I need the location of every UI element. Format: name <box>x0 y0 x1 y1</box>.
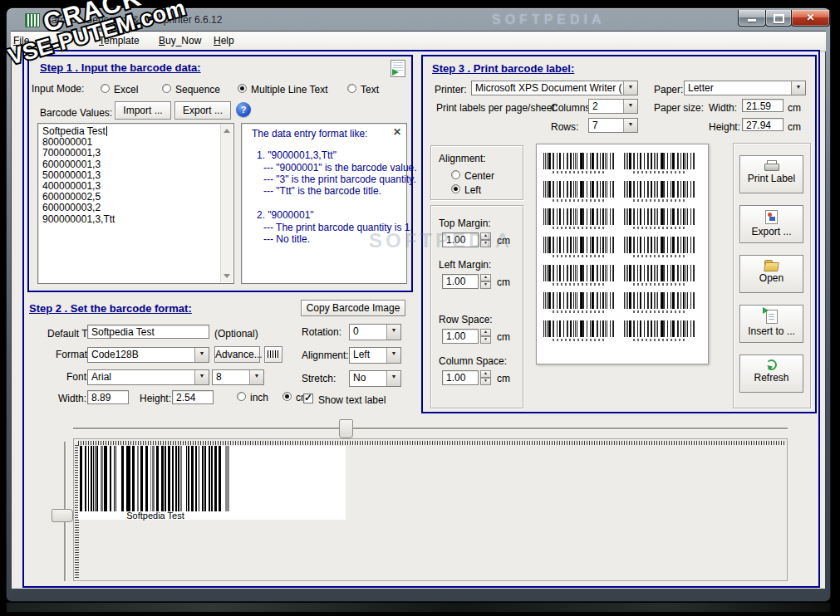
bar <box>165 446 166 511</box>
chevron-down-icon[interactable] <box>791 81 805 95</box>
export--button[interactable]: Export ... <box>739 205 803 243</box>
info-item2-line: --- No title. <box>263 233 310 245</box>
mode-radio-2[interactable] <box>238 84 247 93</box>
chevron-down-icon[interactable] <box>194 370 209 384</box>
scroll-up-icon[interactable] <box>224 129 230 133</box>
chevron-down-icon[interactable] <box>623 119 637 132</box>
margin-field-2[interactable]: 1.00 <box>442 329 479 344</box>
printer-label: Printer: <box>435 84 467 95</box>
paper-width-field[interactable]: 21.59 <box>742 99 784 112</box>
spin-up-icon[interactable] <box>480 274 491 281</box>
spin-down-icon[interactable] <box>480 281 491 289</box>
export-button[interactable]: Export ... <box>174 101 231 120</box>
rows-combo[interactable]: 7 <box>588 118 638 133</box>
spin-up-icon[interactable] <box>480 232 491 240</box>
printer-combo[interactable]: Microsoft XPS Document Writer (redirecte <box>471 81 638 95</box>
values-scrollbar[interactable] <box>220 125 233 282</box>
paper-height-field[interactable]: 27.94 <box>742 118 784 131</box>
minimize-button[interactable] <box>738 10 766 27</box>
menu-item-help[interactable]: Help <box>214 35 234 46</box>
chevron-down-icon[interactable] <box>386 348 400 363</box>
margin-field-1[interactable]: 1.00 <box>442 274 479 289</box>
image-icon <box>765 210 778 224</box>
import-button[interactable]: Import ... <box>115 101 171 120</box>
mode-radio-3[interactable] <box>347 84 356 93</box>
preview-barcode-cell <box>543 181 614 198</box>
advance-button[interactable]: Advance... <box>214 346 260 363</box>
chevron-down-icon[interactable] <box>386 371 400 386</box>
alignment-combo[interactable]: Left <box>349 347 401 364</box>
format-combo[interactable]: Code128B <box>87 347 209 363</box>
horizontal-slider-thumb[interactable] <box>339 419 353 438</box>
margin-spinner-2[interactable] <box>480 329 491 344</box>
insert-to--button[interactable]: Insert to ... <box>739 305 803 343</box>
margin-spinner-1[interactable] <box>480 274 491 289</box>
margin-field-0[interactable]: 1.00 <box>442 232 479 247</box>
step2-heading: Step 2 . Set the barcode format: <box>29 302 192 315</box>
spin-up-icon[interactable] <box>480 370 491 378</box>
font-size-combo[interactable]: 8 <box>212 369 264 385</box>
scroll-down-icon[interactable] <box>224 274 230 278</box>
chevron-down-icon[interactable] <box>623 81 637 95</box>
chevron-down-icon[interactable] <box>386 325 400 340</box>
paper-value: Letter <box>688 82 790 94</box>
height-field[interactable]: 2.54 <box>172 390 214 404</box>
align-center-radio[interactable] <box>451 170 460 179</box>
maximize-button[interactable] <box>765 10 792 27</box>
preview-barcode-text <box>633 310 685 313</box>
spin-down-icon[interactable] <box>480 336 491 344</box>
margin-spinner-0[interactable] <box>480 232 491 247</box>
columns-combo[interactable]: 2 <box>588 99 638 114</box>
bar <box>80 446 82 511</box>
spin-down-icon[interactable] <box>480 240 491 247</box>
copy-barcode-image-button[interactable]: Copy Barcode Image <box>301 300 405 316</box>
horizontal-slider-track[interactable] <box>73 428 788 429</box>
paper-label: Paper: <box>654 84 683 95</box>
bar <box>137 446 139 511</box>
unit-inch-radio[interactable] <box>237 392 246 401</box>
refresh-button[interactable]: Refresh <box>739 354 803 393</box>
show-text-label-checkbox[interactable] <box>303 394 313 403</box>
bar <box>161 446 164 511</box>
screenshot-stage: Barcode Generator & Overprinter 6.6.12 S… <box>0 0 840 616</box>
rotation-combo[interactable]: 0 <box>349 324 401 340</box>
values-line: 800000001 <box>42 136 92 148</box>
open-button[interactable]: Open <box>739 255 803 293</box>
chevron-down-icon[interactable] <box>194 348 209 362</box>
mode-radio-0[interactable] <box>101 84 110 93</box>
titlebar[interactable]: Barcode Generator & Overprinter 6.6.12 S… <box>7 8 830 31</box>
bar <box>211 446 213 511</box>
mode-radio-1[interactable] <box>162 84 171 93</box>
margin-field-3[interactable]: 1.00 <box>442 370 479 385</box>
close-button[interactable] <box>791 10 830 27</box>
help-icon[interactable] <box>236 102 251 117</box>
mode-label-3: Text <box>361 84 379 95</box>
barcode-settings-button[interactable] <box>264 346 282 363</box>
spin-down-icon[interactable] <box>480 378 491 385</box>
close-info-icon[interactable] <box>393 126 401 138</box>
menu-item-buy-now[interactable]: Buy_Now <box>159 35 201 46</box>
default-title-field[interactable]: Softpedia Test <box>87 325 209 339</box>
unit-cm-radio[interactable] <box>282 392 292 401</box>
align-left-radio[interactable] <box>451 184 460 193</box>
menu-item-template[interactable]: Template <box>99 35 140 46</box>
chevron-down-icon[interactable] <box>623 100 637 113</box>
barcode-values-textarea[interactable]: Softpedia Test800000001700000001,3600000… <box>37 123 234 284</box>
paper-combo[interactable]: Letter <box>684 81 806 95</box>
stretch-value: No <box>353 372 386 384</box>
vertical-slider-thumb[interactable] <box>52 509 73 522</box>
import-excel-button[interactable] <box>389 59 409 79</box>
stretch-combo[interactable]: No <box>349 370 401 387</box>
spin-up-icon[interactable] <box>480 329 491 336</box>
bar <box>104 446 107 511</box>
rotation-value: 0 <box>353 325 386 337</box>
chevron-down-icon[interactable] <box>249 370 263 384</box>
alignment-label: Alignment: <box>302 350 349 361</box>
font-combo[interactable]: Arial <box>87 369 209 385</box>
preview-barcode-cell <box>543 237 614 253</box>
print-label-button[interactable]: Print Label <box>739 155 803 193</box>
width-field[interactable]: 8.89 <box>87 390 129 404</box>
action-button-label: Export ... <box>740 226 803 237</box>
menu-item-file[interactable]: File <box>13 35 29 46</box>
margin-spinner-3[interactable] <box>480 370 491 385</box>
